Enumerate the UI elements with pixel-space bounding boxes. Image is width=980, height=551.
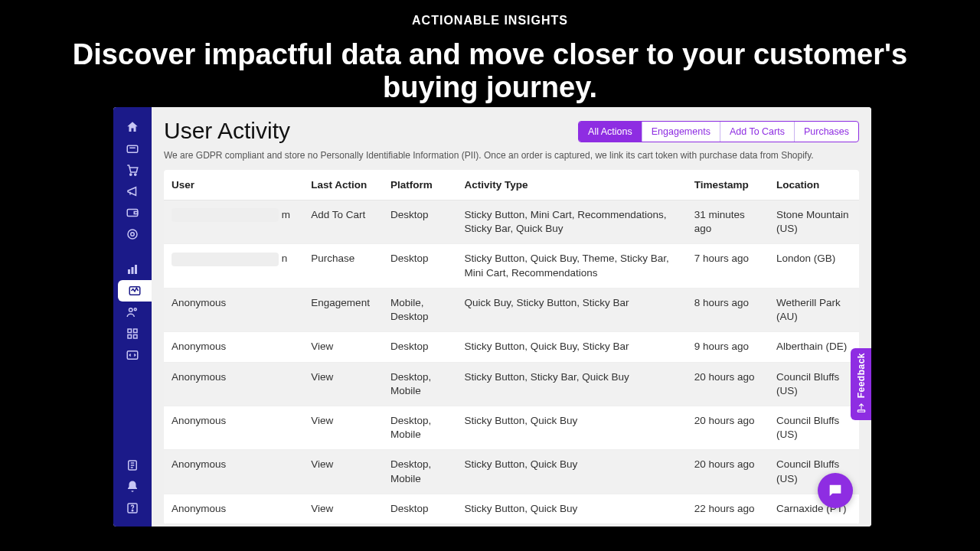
cell-platform: Desktop, Mobile: [383, 362, 457, 406]
table-row[interactable]: AnonymousViewDesktopSticky Button, Quick…: [164, 494, 859, 523]
col-user: User: [164, 170, 303, 201]
chat-fab[interactable]: [818, 473, 853, 508]
table-row[interactable]: AnonymousViewDesktop, MobileSticky Butto…: [164, 362, 859, 406]
cell-activity-type: Quick Buy, Sticky Button, Sticky Bar: [456, 288, 686, 331]
filter-purchases[interactable]: Purchases: [795, 122, 858, 142]
redacted-user: [172, 208, 279, 222]
main-content: User Activity All Actions Engagements Ad…: [152, 107, 871, 527]
cell-activity-type: Sticky Button, Quick Buy: [456, 406, 686, 449]
cell-last-action: View: [303, 494, 383, 523]
svg-rect-13: [128, 329, 132, 333]
col-timestamp: Timestamp: [687, 170, 769, 201]
cell-platform: Desktop: [383, 244, 457, 288]
cell-user: Anonymous: [172, 503, 226, 514]
table-row[interactable]: AnonymousEngagementMobile, DesktopQuick …: [164, 288, 859, 331]
cell-last-action: View: [303, 406, 383, 449]
svg-rect-8: [132, 267, 134, 274]
notes-icon[interactable]: [113, 455, 152, 476]
campaign-icon[interactable]: [113, 181, 152, 202]
analytics-icon[interactable]: [113, 259, 152, 280]
svg-rect-14: [134, 329, 138, 333]
col-location: Location: [769, 170, 859, 201]
cell-last-action: View: [303, 332, 383, 362]
app-screenshot-frame: User Activity All Actions Engagements Ad…: [113, 107, 871, 527]
svg-rect-16: [134, 335, 138, 339]
cell-activity-type: Sticky Button, Quick Buy: [456, 494, 686, 523]
svg-rect-7: [128, 269, 130, 274]
help-icon[interactable]: [113, 497, 152, 519]
code-icon[interactable]: [113, 344, 152, 366]
cell-activity-type: Sticky Button, Quick Buy: [456, 450, 686, 494]
feedback-export-icon: [856, 403, 867, 416]
cell-timestamp: 22 hours ago: [687, 494, 769, 523]
svg-point-2: [135, 174, 136, 175]
cell-last-action: Purchase: [303, 244, 383, 288]
cell-timestamp: 20 hours ago: [687, 406, 769, 449]
cart-icon[interactable]: [113, 159, 152, 181]
table-row[interactable]: AnonymousViewDesktop, MobileSticky Butto…: [164, 450, 859, 494]
gdpr-note: We are GDPR compliant and store no Perso…: [164, 150, 859, 161]
table-row[interactable]: AnonymousViewDesktop, MobileSticky Butto…: [164, 406, 859, 449]
cell-activity-type: Sticky Button, Quick Buy, Theme, Sticky …: [456, 244, 686, 288]
cell-platform: Desktop: [383, 494, 457, 523]
cell-platform: Desktop: [383, 332, 457, 362]
cell-location: London (GB): [769, 244, 859, 288]
svg-rect-4: [134, 212, 138, 214]
cell-platform: Desktop, Mobile: [383, 450, 457, 494]
svg-point-5: [128, 230, 137, 239]
wallet-icon[interactable]: [113, 202, 152, 223]
cell-last-action: View: [303, 362, 383, 406]
page-title: User Activity: [164, 118, 290, 144]
cell-activity-type: Sticky Button, Quick Buy, Sticky Bar: [456, 332, 686, 362]
table-row[interactable]: AnonymousViewDesktopSticky Button, Quick…: [164, 332, 859, 362]
cell-platform: Mobile, Desktop: [383, 288, 457, 331]
svg-point-12: [134, 308, 136, 311]
bell-icon[interactable]: [113, 476, 152, 497]
target-icon[interactable]: [113, 223, 152, 245]
cell-user-suffix: n: [282, 253, 288, 264]
svg-rect-21: [858, 410, 864, 412]
cell-last-action: Add To Cart: [303, 201, 383, 244]
table-row[interactable]: nPurchaseDesktopSticky Button, Quick Buy…: [164, 244, 859, 288]
svg-point-1: [130, 174, 132, 175]
activity-icon[interactable]: [118, 280, 152, 302]
cell-location: Alberthain (DE): [769, 332, 859, 362]
cell-platform: Desktop, Mobile: [383, 406, 457, 449]
col-last-action: Last Action: [303, 170, 383, 201]
cell-last-action: View: [303, 450, 383, 494]
apps-icon[interactable]: [113, 323, 152, 344]
svg-rect-3: [127, 210, 138, 217]
feedback-label: Feedback: [856, 353, 867, 398]
svg-rect-15: [128, 335, 132, 339]
table-row[interactable]: mAdd To CartDesktopSticky Button, Mini C…: [164, 201, 859, 244]
hero-headline: Discover impactful data and move closer …: [31, 38, 949, 104]
cell-platform: Desktop: [383, 201, 457, 244]
filter-all-actions[interactable]: All Actions: [579, 122, 642, 142]
svg-point-6: [131, 233, 135, 236]
cell-activity-type: Sticky Button, Mini Cart, Recommendation…: [456, 201, 686, 244]
filter-engagements[interactable]: Engagements: [642, 122, 720, 142]
feedback-tab[interactable]: Feedback: [851, 348, 871, 420]
cell-user: Anonymous: [172, 415, 226, 426]
cell-timestamp: 20 hours ago: [687, 362, 769, 406]
redacted-user: [172, 253, 279, 266]
hero-eyebrow: ACTIONABLE INSIGHTS: [0, 14, 980, 28]
col-activity-type: Activity Type: [456, 170, 686, 201]
cell-timestamp: 9 hours ago: [687, 332, 769, 362]
cell-user: Anonymous: [172, 458, 226, 470]
cell-location: Council Bluffs (US): [769, 362, 859, 406]
home-icon[interactable]: [113, 116, 152, 138]
atc-icon[interactable]: [113, 138, 152, 159]
activity-table: User Last Action Platform Activity Type …: [164, 170, 859, 524]
cell-last-action: Engagement: [303, 288, 383, 331]
cell-user-suffix: m: [282, 209, 290, 220]
svg-point-11: [129, 308, 133, 312]
svg-rect-0: [127, 145, 138, 152]
filter-add-to-carts[interactable]: Add To Carts: [720, 122, 795, 142]
cell-location: Wetherill Park (AU): [769, 288, 859, 331]
cell-user: Anonymous: [172, 297, 226, 308]
svg-rect-9: [135, 265, 137, 274]
col-platform: Platform: [383, 170, 457, 201]
users-icon[interactable]: [113, 302, 152, 323]
cell-user: Anonymous: [172, 371, 226, 383]
